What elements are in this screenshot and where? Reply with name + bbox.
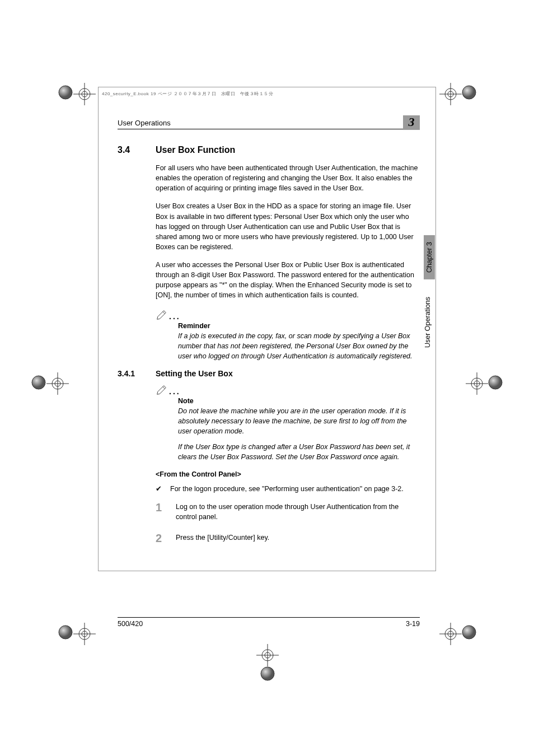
subsection-heading: 3.4.1 Setting the User Box <box>118 369 420 378</box>
checkmark-icon: ✔ <box>156 484 163 494</box>
reg-dot-icon <box>58 85 73 100</box>
step-item: 1 Log on to the user operation mode thro… <box>156 502 420 522</box>
chapter-number-box: 3 <box>403 115 420 130</box>
paragraph: A user who accesses the Personal User Bo… <box>156 260 420 301</box>
section-number: 3.4 <box>118 145 146 155</box>
reminder-block: ... Reminder If a job is executed in the… <box>156 309 420 361</box>
reg-dot-icon <box>260 666 275 681</box>
reminder-heading: Reminder <box>178 322 420 330</box>
footer-right: 3-19 <box>406 620 420 628</box>
svg-point-0 <box>59 86 72 99</box>
meta-header: 420_security_E.book 19 ページ ２００７年３月７日 水曜日… <box>99 87 435 97</box>
step-item: 2 Press the [Utility/Counter] key. <box>156 533 420 544</box>
note-heading: Note <box>178 397 420 405</box>
page-container: 420_security_E.book 19 ページ ２００７年３月７日 水曜日… <box>0 0 534 756</box>
note-dots-icon: ... <box>169 387 181 396</box>
svg-point-9 <box>462 86 476 99</box>
side-tab-section: User Operations <box>424 297 432 348</box>
reg-cross-icon <box>46 372 69 395</box>
side-tab-chapter: Chapter 3 <box>424 235 435 279</box>
reg-dot-icon <box>462 85 476 100</box>
svg-point-19 <box>489 376 502 389</box>
note-text: Do not leave the machine while you are i… <box>178 406 420 436</box>
step-number: 1 <box>156 502 166 522</box>
check-text: For the logon procedure, see "Performing… <box>170 484 404 494</box>
svg-point-29 <box>261 667 274 680</box>
footer-left: 500/420 <box>118 620 143 628</box>
note-icon <box>156 384 168 396</box>
svg-point-10 <box>32 376 45 389</box>
note-dots-icon: ... <box>169 312 181 321</box>
subsection-number: 3.4.1 <box>118 369 146 378</box>
section-heading: 3.4 User Box Function <box>118 145 420 155</box>
step-text: Press the [Utility/Counter] key. <box>176 533 269 544</box>
reg-dot-icon <box>488 375 503 390</box>
reg-cross-icon <box>439 83 462 105</box>
svg-point-20 <box>59 626 72 639</box>
paragraph: For all users who have been authenticate… <box>156 163 420 193</box>
note-block: ... Note Do not leave the machine while … <box>156 384 420 463</box>
reg-cross-icon <box>256 644 279 666</box>
page-footer: 500/420 3-19 <box>118 617 420 628</box>
reg-dot-icon <box>462 625 476 640</box>
reg-cross-icon <box>439 623 462 645</box>
reg-cross-icon <box>466 372 488 395</box>
step-text: Log on to the user operation mode throug… <box>176 502 420 522</box>
running-title: User Operations <box>118 119 171 127</box>
reg-cross-icon <box>73 83 96 105</box>
section-title: User Box Function <box>156 145 235 155</box>
note-icon <box>156 309 168 321</box>
paragraph: User Box creates a User Box in the HDD a… <box>156 201 420 252</box>
reminder-text: If a job is executed in the copy, fax, o… <box>178 331 420 361</box>
step-number: 2 <box>156 533 166 544</box>
svg-line-36 <box>163 386 165 389</box>
svg-point-34 <box>462 626 476 639</box>
running-head: User Operations 3 <box>118 118 420 129</box>
reg-cross-icon <box>73 623 96 645</box>
from-control-panel-heading: <From the Control Panel> <box>156 470 420 478</box>
svg-line-35 <box>163 311 165 314</box>
check-list-item: ✔ For the logon procedure, see "Performi… <box>156 484 420 494</box>
subsection-title: Setting the User Box <box>156 369 233 378</box>
reg-dot-icon <box>31 375 46 390</box>
reg-dot-icon <box>58 625 73 640</box>
content-area: User Operations 3 3.4 User Box Function … <box>118 118 420 554</box>
note-text: If the User Box type is changed after a … <box>178 442 420 462</box>
